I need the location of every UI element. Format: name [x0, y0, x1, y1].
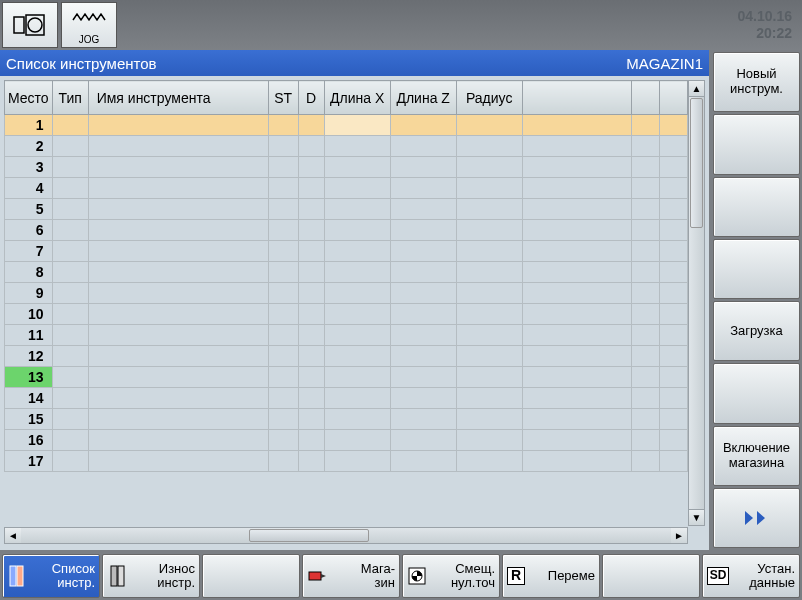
scroll-up-button[interactable]: ▲ [689, 81, 704, 97]
table-row[interactable]: 12 [5, 346, 688, 367]
machine-icon-button[interactable] [2, 2, 58, 48]
cell[interactable] [456, 283, 522, 304]
cell[interactable] [88, 430, 268, 451]
cell[interactable] [52, 283, 88, 304]
cell[interactable] [298, 220, 324, 241]
table-row[interactable]: 16 [5, 430, 688, 451]
cell[interactable] [456, 262, 522, 283]
tool-list-button[interactable]: Список инстр. [2, 554, 100, 598]
col-st[interactable]: ST [268, 81, 298, 115]
tool-wear-button[interactable]: Износ инстр. [102, 554, 200, 598]
col-name[interactable]: Имя инструмента [88, 81, 268, 115]
cell[interactable] [522, 367, 631, 388]
table-row[interactable]: 2 [5, 136, 688, 157]
cell[interactable] [324, 430, 390, 451]
cell[interactable] [660, 157, 688, 178]
cell[interactable] [456, 220, 522, 241]
vertical-scrollbar[interactable]: ▲ ▼ [688, 80, 705, 526]
table-row[interactable]: 1 [5, 115, 688, 136]
cell[interactable] [522, 241, 631, 262]
cell[interactable] [390, 409, 456, 430]
cell[interactable] [632, 262, 660, 283]
cell[interactable] [632, 157, 660, 178]
cell[interactable] [324, 157, 390, 178]
cell[interactable] [324, 388, 390, 409]
cell[interactable] [632, 241, 660, 262]
side-button-3[interactable] [713, 177, 800, 237]
scroll-down-button[interactable]: ▼ [689, 509, 704, 525]
more-button[interactable] [713, 488, 800, 548]
cell[interactable] [52, 199, 88, 220]
cell[interactable] [268, 409, 298, 430]
table-row[interactable]: 14 [5, 388, 688, 409]
cell[interactable] [268, 241, 298, 262]
col-r[interactable]: Радиус [456, 81, 522, 115]
cell[interactable] [660, 430, 688, 451]
cell[interactable] [522, 346, 631, 367]
cell[interactable] [390, 220, 456, 241]
cell[interactable] [268, 262, 298, 283]
hscroll-track[interactable] [21, 528, 671, 543]
cell[interactable] [456, 451, 522, 472]
col-lz[interactable]: Длина Z [390, 81, 456, 115]
col-d[interactable]: D [298, 81, 324, 115]
cell[interactable] [298, 304, 324, 325]
cell[interactable] [660, 346, 688, 367]
cell[interactable] [52, 367, 88, 388]
col-extra1[interactable] [632, 81, 660, 115]
cell[interactable] [632, 367, 660, 388]
cell[interactable] [660, 199, 688, 220]
cell[interactable] [88, 178, 268, 199]
cell[interactable] [324, 451, 390, 472]
cell[interactable] [660, 409, 688, 430]
cell[interactable] [88, 304, 268, 325]
table-row[interactable]: 8 [5, 262, 688, 283]
cell[interactable] [52, 115, 88, 136]
table-row[interactable]: 13 [5, 367, 688, 388]
cell[interactable] [88, 115, 268, 136]
cell[interactable] [268, 115, 298, 136]
cell[interactable] [298, 157, 324, 178]
table-row[interactable]: 5 [5, 199, 688, 220]
cell[interactable] [456, 241, 522, 262]
cell[interactable] [390, 115, 456, 136]
cell[interactable] [324, 325, 390, 346]
cell[interactable] [390, 136, 456, 157]
cell[interactable] [298, 388, 324, 409]
cell[interactable] [390, 430, 456, 451]
cell[interactable] [324, 346, 390, 367]
cell[interactable] [298, 115, 324, 136]
horizontal-scrollbar[interactable]: ◄ ► [4, 527, 688, 544]
cell[interactable] [268, 220, 298, 241]
magazine-button[interactable]: Мага- зин [302, 554, 400, 598]
cell[interactable] [88, 409, 268, 430]
cell[interactable] [456, 367, 522, 388]
cell[interactable] [268, 157, 298, 178]
table-row[interactable]: 9 [5, 283, 688, 304]
cell[interactable] [88, 220, 268, 241]
cell[interactable] [390, 451, 456, 472]
side-button-4[interactable] [713, 239, 800, 299]
cell[interactable] [390, 325, 456, 346]
col-extra2[interactable] [660, 81, 688, 115]
table-row[interactable]: 7 [5, 241, 688, 262]
col-lx[interactable]: Длина X [324, 81, 390, 115]
cell[interactable] [52, 325, 88, 346]
cell[interactable] [660, 304, 688, 325]
cell[interactable] [324, 409, 390, 430]
cell[interactable] [52, 409, 88, 430]
cell[interactable] [456, 157, 522, 178]
tool-table[interactable]: Место Тип Имя инструмента ST D Длина X Д… [4, 80, 688, 526]
cell[interactable] [324, 367, 390, 388]
cell[interactable] [632, 220, 660, 241]
cell[interactable] [268, 325, 298, 346]
cell[interactable] [456, 136, 522, 157]
cell[interactable] [390, 367, 456, 388]
cell[interactable] [52, 388, 88, 409]
cell[interactable] [522, 220, 631, 241]
cell[interactable] [298, 367, 324, 388]
cell[interactable] [52, 430, 88, 451]
cell[interactable] [298, 409, 324, 430]
table-row[interactable]: 6 [5, 220, 688, 241]
cell[interactable] [298, 262, 324, 283]
